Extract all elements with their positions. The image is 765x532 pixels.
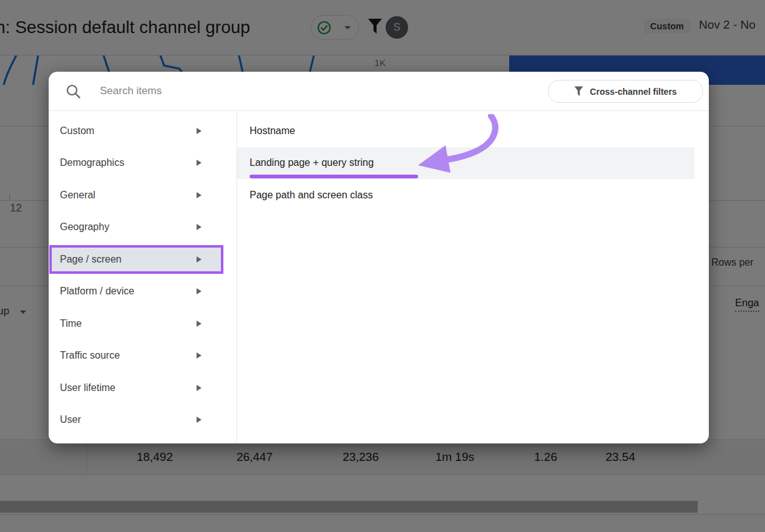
dialog-body: Custom Demographics General Geography Pa… (49, 111, 709, 443)
chevron-right-icon (197, 385, 202, 391)
menu-item-general[interactable]: General (49, 179, 236, 211)
chevron-right-icon (197, 224, 202, 230)
menu-item-label: Custom (60, 125, 94, 137)
filters-button-label: Cross-channel filters (590, 87, 676, 97)
filter-funnel-icon (574, 86, 583, 97)
menu-item-label: Platform / device (60, 286, 134, 297)
menu-item-label: Time (60, 318, 82, 329)
dimension-item-page-path-screen-class[interactable]: Page path and screen class (237, 179, 709, 211)
dimension-item-label: Page path and screen class (250, 190, 373, 201)
menu-item-page-screen[interactable]: Page / screen (49, 243, 236, 276)
menu-item-user[interactable]: User (49, 404, 236, 437)
chevron-right-icon (197, 321, 202, 327)
screen: n: Session default channel group S Custo… (0, 0, 765, 532)
dimension-picker-dialog: Search items Cross-channel filters Custo… (49, 72, 709, 443)
menu-item-demographics[interactable]: Demographics (49, 147, 236, 180)
menu-item-user-lifetime[interactable]: User lifetime (49, 372, 236, 404)
chevron-right-icon (197, 160, 202, 166)
chevron-right-icon (197, 417, 202, 423)
chevron-right-icon (197, 192, 202, 198)
category-menu: Custom Demographics General Geography Pa… (49, 111, 237, 443)
menu-item-label: User (60, 414, 81, 425)
chevron-right-icon (197, 288, 202, 294)
menu-item-time[interactable]: Time (49, 307, 236, 340)
dialog-search-row: Search items Cross-channel filters (49, 72, 709, 110)
search-input[interactable]: Search items (100, 72, 162, 110)
menu-item-geography[interactable]: Geography (49, 211, 236, 244)
dimension-list: Hostname Landing page + query string Pag… (237, 111, 709, 443)
menu-item-label: General (60, 190, 95, 201)
cross-channel-filters-button[interactable]: Cross-channel filters (548, 80, 703, 103)
menu-item-label: Traffic source (60, 350, 120, 361)
menu-item-label: Demographics (60, 157, 124, 168)
search-icon (66, 84, 81, 99)
menu-item-label: User lifetime (60, 382, 115, 394)
dimension-item-label: Landing page + query string (250, 157, 374, 168)
menu-item-custom[interactable]: Custom (49, 115, 236, 147)
chevron-right-icon (197, 352, 202, 359)
menu-item-label: Page / screen (60, 254, 122, 265)
menu-item-platform-device[interactable]: Platform / device (49, 276, 236, 308)
chevron-right-icon (197, 128, 202, 134)
menu-item-traffic-source[interactable]: Traffic source (49, 340, 236, 372)
dimension-item-label: Hostname (250, 125, 295, 137)
menu-item-label: Geography (60, 221, 109, 233)
chevron-right-icon (197, 256, 202, 263)
purple-arrow-annotation (412, 114, 502, 173)
purple-underline-annotation (250, 175, 418, 178)
